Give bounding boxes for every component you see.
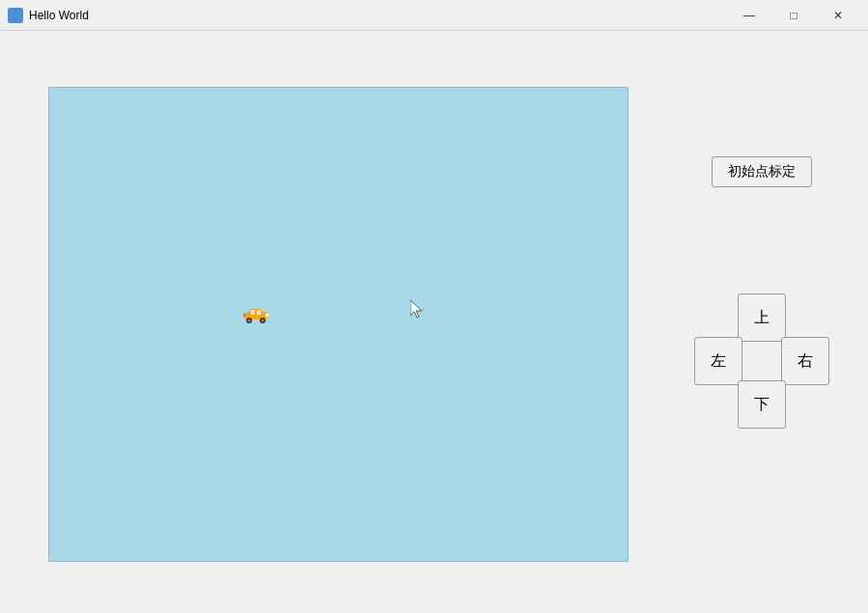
- main-content: 初始点标定 上 左 右 下: [0, 31, 868, 613]
- minimize-button[interactable]: —: [727, 0, 771, 31]
- svg-point-7: [262, 320, 265, 322]
- controls-panel: 初始点标定 上 左 右 下: [685, 31, 839, 613]
- car-sprite: [242, 308, 269, 323]
- down-button[interactable]: 下: [738, 380, 786, 429]
- window-controls: — □ ✕: [727, 0, 860, 31]
- svg-rect-8: [266, 314, 268, 317]
- left-button[interactable]: 左: [694, 337, 742, 385]
- close-button[interactable]: ✕: [816, 0, 860, 31]
- svg-point-5: [248, 320, 251, 322]
- svg-rect-2: [251, 310, 255, 315]
- right-button[interactable]: 右: [781, 337, 829, 385]
- direction-pad: 上 左 右 下: [694, 293, 829, 429]
- svg-rect-3: [257, 310, 261, 315]
- window-title: Hello World: [29, 9, 727, 22]
- up-button[interactable]: 上: [738, 293, 786, 342]
- init-button[interactable]: 初始点标定: [712, 156, 812, 187]
- app-icon: [8, 8, 23, 23]
- game-canvas[interactable]: [48, 87, 629, 562]
- maximize-button[interactable]: □: [771, 0, 816, 31]
- mouse-cursor: [410, 300, 424, 318]
- title-bar: Hello World — □ ✕: [0, 0, 868, 31]
- svg-rect-9: [243, 314, 245, 317]
- svg-marker-10: [410, 300, 422, 318]
